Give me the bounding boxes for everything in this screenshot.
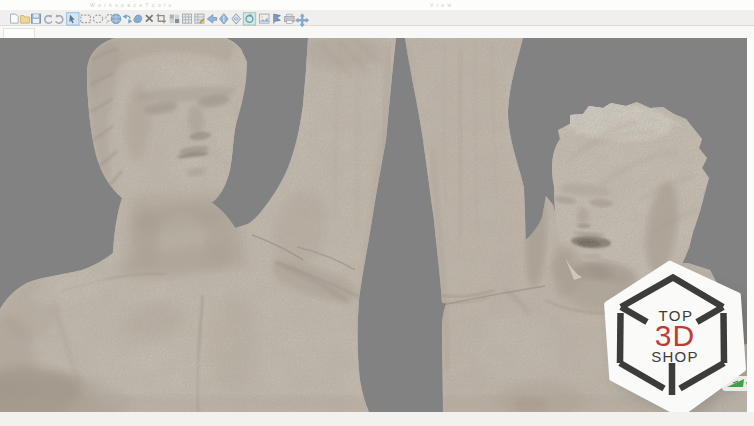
svg-text:SHOP: SHOP xyxy=(651,348,698,365)
svg-text:Y: Y xyxy=(746,381,748,388)
